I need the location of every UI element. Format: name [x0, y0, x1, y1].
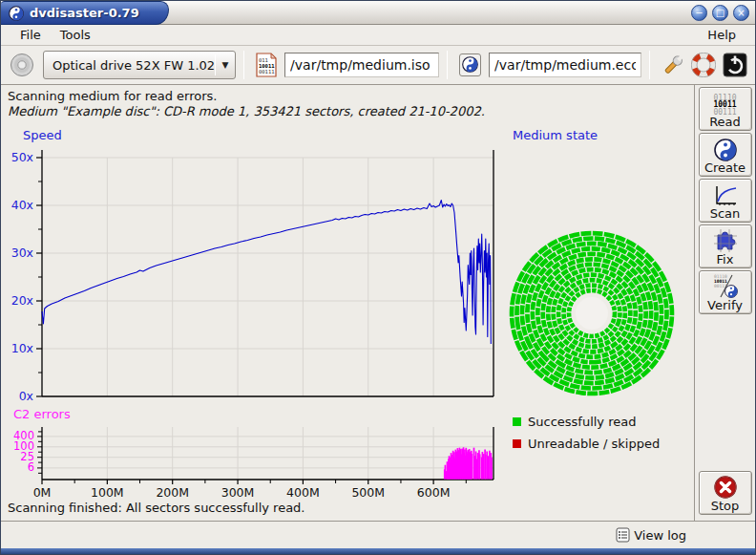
svg-text:100M: 100M — [91, 485, 124, 500]
legend-unreadable-label: Unreadable / skipped — [528, 437, 660, 451]
title-tab: dvdisaster-0.79 — [1, 1, 169, 25]
preferences-button[interactable] — [658, 50, 688, 80]
wrench-icon — [661, 53, 685, 77]
drive-button[interactable] — [7, 50, 37, 80]
toolbar: Optical drive 52X FW 1.02 ▼ 011 10011 00… — [1, 46, 755, 85]
power-icon — [722, 52, 748, 78]
action-sidebar: 01110 10011 00111 Read Create Scan — [695, 85, 755, 521]
stop-icon — [713, 475, 738, 500]
titlebar[interactable]: dvdisaster-0.79 − □ × — [1, 1, 755, 25]
toolbar-separator — [447, 51, 448, 79]
app-window: dvdisaster-0.79 − □ × File Tools Help Op… — [0, 0, 756, 555]
window-border-bottom — [1, 548, 755, 554]
svg-text:00111: 00111 — [259, 69, 275, 75]
statusbar: View log — [1, 521, 755, 548]
svg-text:200M: 200M — [156, 485, 189, 500]
svg-text:0x: 0x — [19, 389, 33, 403]
svg-text:50x: 50x — [11, 150, 33, 164]
status-line: Scanning medium for read errors. — [8, 89, 217, 103]
quit-button[interactable] — [719, 49, 751, 81]
svg-text:0M: 0M — [33, 485, 52, 500]
log-icon — [616, 527, 630, 543]
fix-button[interactable]: Fix — [699, 224, 752, 268]
menu-tools[interactable]: Tools — [51, 26, 100, 44]
svg-text:10x: 10x — [11, 341, 33, 355]
create-button[interactable]: Create — [699, 133, 752, 177]
svg-text:400M: 400M — [286, 485, 320, 500]
stop-button[interactable]: Stop — [699, 471, 752, 515]
scan-button[interactable]: Scan — [699, 179, 752, 223]
drive-selector[interactable]: Optical drive 52X FW 1.02 ▼ — [43, 51, 236, 79]
drive-selector-value: Optical drive 52X FW 1.02 — [44, 58, 215, 73]
scan-chart-icon — [713, 184, 738, 207]
legend-read-label: Successfully read — [528, 415, 636, 429]
svg-text:500M: 500M — [351, 485, 385, 500]
medium-state-disc — [501, 223, 682, 404]
puzzle-icon — [713, 228, 738, 253]
window-title: dvdisaster-0.79 — [30, 6, 139, 20]
iso-file-button[interactable]: 011 10011 00111 — [252, 49, 281, 81]
menubar: File Tools Help — [1, 25, 755, 46]
binary-icon: 01110 10011 00111 — [713, 95, 736, 117]
svg-text:40x: 40x — [11, 198, 33, 212]
app-logo-icon — [9, 6, 24, 21]
chevron-down-icon: ▼ — [216, 60, 235, 70]
close-button[interactable]: × — [733, 5, 749, 21]
toolbar-separator — [243, 51, 244, 79]
cd-icon — [10, 53, 34, 77]
verify-button[interactable]: 01110 10011 00111 Verify — [699, 270, 752, 314]
maximize-button[interactable]: □ — [712, 5, 728, 21]
verify-icon: 01110 10011 00111 — [712, 273, 739, 299]
scan-result-text: Scanning finished: All sectors successfu… — [8, 501, 305, 515]
svg-text:20x: 20x — [11, 293, 33, 308]
view-log-button[interactable]: View log — [612, 525, 690, 544]
view-log-label: View log — [634, 528, 686, 543]
iso-path-input[interactable] — [284, 53, 439, 77]
ecc-file-icon — [458, 53, 482, 77]
content-area: 0x10x20x30x40x50x6251004000M100M200M300M… — [1, 85, 755, 521]
medium-info-line: Medium "Example disc": CD-R mode 1, 3534… — [8, 104, 485, 118]
legend-unreadable: Unreadable / skipped — [513, 437, 660, 451]
ecc-path-input[interactable] — [489, 53, 641, 77]
legend-successfully-read: Successfully read — [513, 415, 636, 429]
lifebuoy-icon — [691, 53, 716, 77]
svg-text:30x: 30x — [11, 245, 33, 260]
ecc-file-button[interactable] — [455, 50, 485, 80]
read-swatch — [513, 417, 521, 426]
read-button[interactable]: 01110 10011 00111 Read — [699, 87, 752, 131]
medium-state-title: Medium state — [513, 128, 598, 142]
speed-chart-title: Speed — [23, 128, 62, 142]
yinyang-icon — [714, 139, 737, 161]
menu-file[interactable]: File — [10, 26, 51, 44]
minimize-button[interactable]: − — [691, 5, 707, 21]
toolbar-separator — [649, 51, 650, 79]
svg-text:400: 400 — [13, 429, 34, 442]
iso-file-icon: 011 10011 00111 — [255, 52, 278, 78]
unreadable-swatch — [513, 439, 521, 448]
help-button[interactable] — [688, 50, 719, 80]
svg-text:600M: 600M — [417, 485, 451, 500]
svg-text:300M: 300M — [221, 485, 255, 500]
main-panel: 0x10x20x30x40x50x6251004000M100M200M300M… — [1, 85, 695, 521]
c2-chart-title: C2 errors — [13, 407, 71, 421]
menu-help[interactable]: Help — [698, 26, 746, 44]
